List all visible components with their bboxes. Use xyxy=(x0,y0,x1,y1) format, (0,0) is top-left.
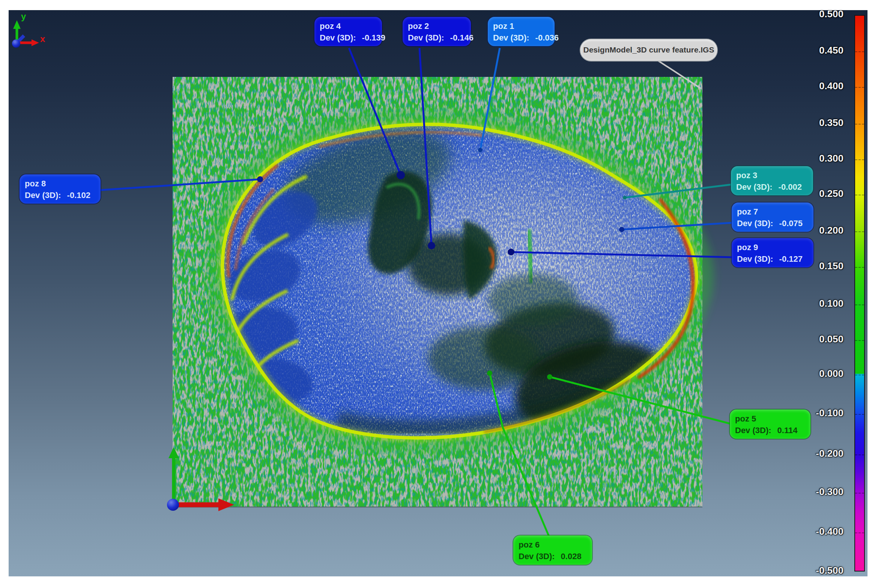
marker-name: poz 4 xyxy=(320,20,377,32)
deviation-dot-poz2 xyxy=(428,242,435,249)
dev-label: Dev (3D): xyxy=(493,32,529,44)
deviation-flag-poz9[interactable]: poz 9 Dev (3D):-0.127 xyxy=(732,238,813,267)
dev-label: Dev (3D): xyxy=(737,253,773,265)
scale-tick-label: -0.300 xyxy=(816,486,843,498)
dev-value: -0.139 xyxy=(362,32,385,44)
deviation-dot-poz1 xyxy=(478,148,483,152)
scale-tick-label: -0.100 xyxy=(816,407,843,419)
dev-label: Dev (3D): xyxy=(737,218,773,229)
scale-tick-mark xyxy=(855,231,864,232)
dev-value: -0.036 xyxy=(535,32,559,44)
scale-tick-label: 0.300 xyxy=(819,153,843,164)
scale-tick-label: -0.200 xyxy=(816,448,843,459)
deviation-flag-poz6[interactable]: poz 6 Dev (3D):0.028 xyxy=(513,536,592,565)
scale-tick-label: 0.350 xyxy=(819,117,843,129)
scale-tick-label: 0.400 xyxy=(819,80,843,92)
marker-name: poz 2 xyxy=(408,20,466,32)
x-axis-label: x xyxy=(40,34,45,44)
scale-tick-label: 0.050 xyxy=(819,333,843,345)
scale-tick-mark xyxy=(855,87,864,88)
scale-tick-label: 0.000 xyxy=(819,368,843,380)
dev-label: Dev (3D): xyxy=(408,32,444,44)
dev-label: Dev (3D): xyxy=(25,189,61,201)
scale-tick-label: 0.200 xyxy=(819,225,843,236)
scale-tick-label: -0.400 xyxy=(816,526,843,537)
marker-name: poz 9 xyxy=(737,242,808,253)
dev-value: 0.114 xyxy=(777,424,798,436)
marker-name: poz 6 xyxy=(519,539,587,550)
scale-tick-label: 0.150 xyxy=(819,260,843,272)
scale-tick-mark xyxy=(855,493,864,494)
deviation-flag-poz1[interactable]: poz 1 Dev (3D):-0.036 xyxy=(488,17,555,46)
deviation-flag-poz4[interactable]: poz 4 Dev (3D):-0.139 xyxy=(314,17,382,46)
y-axis-label: y xyxy=(21,11,26,21)
dev-label: Dev (3D): xyxy=(735,424,771,436)
scale-tick-mark xyxy=(855,532,864,533)
scale-tick-label: 0.100 xyxy=(819,298,843,309)
reference-model-label[interactable]: DesignModel_3D curve feature.IGS xyxy=(580,39,717,61)
dev-value: -0.102 xyxy=(67,189,90,201)
dev-label: Dev (3D): xyxy=(320,32,356,44)
scale-tick-mark xyxy=(855,195,864,195)
deviation-flag-poz2[interactable]: poz 2 Dev (3D):-0.146 xyxy=(403,17,471,46)
model-origin-sphere xyxy=(167,499,179,511)
screen-origin-sphere xyxy=(12,39,20,48)
deviation-flag-poz5[interactable]: poz 5 Dev (3D):0.114 xyxy=(730,410,810,439)
marker-name: poz 1 xyxy=(493,20,549,32)
scale-tick-label: 0.500 xyxy=(819,10,843,20)
deviation-dot-poz9 xyxy=(508,249,514,255)
deviation-flag-poz8[interactable]: poz 8 Dev (3D):-0.102 xyxy=(20,174,101,204)
scan-scene: y x xyxy=(9,10,867,576)
screen-axes-triad: y x xyxy=(12,11,45,48)
deviation-dot-poz7 xyxy=(619,227,624,232)
scale-tick-mark xyxy=(855,304,864,305)
marker-name: poz 5 xyxy=(735,413,805,424)
3d-inspection-viewport[interactable]: y x poz 4 Dev (3D):-0. xyxy=(9,10,867,576)
scale-tick-label: 0.450 xyxy=(819,45,843,56)
scale-tick-mark xyxy=(855,159,864,160)
dev-value: -0.002 xyxy=(779,181,802,193)
deviation-flag-poz3[interactable]: poz 3 Dev (3D):-0.002 xyxy=(731,166,813,195)
scale-tick-label: 0.250 xyxy=(819,188,843,200)
dev-value: -0.127 xyxy=(779,253,803,265)
marker-name: poz 7 xyxy=(737,206,808,218)
scale-tick-label: -0.500 xyxy=(816,565,843,576)
scale-tick-mark xyxy=(855,375,864,375)
marker-name: poz 3 xyxy=(736,170,808,181)
scale-tick-mark xyxy=(855,124,864,124)
deviation-dot-poz6 xyxy=(487,370,492,376)
deviation-dot-poz3 xyxy=(623,196,627,200)
scale-tick-mark xyxy=(855,51,864,52)
deviation-dot-poz5 xyxy=(547,374,552,380)
dev-value: 0.028 xyxy=(561,550,582,562)
dev-value: -0.146 xyxy=(450,32,474,44)
deviation-dot-poz8 xyxy=(257,176,263,182)
deviation-flag-poz7[interactable]: poz 7 Dev (3D):-0.075 xyxy=(732,202,813,232)
dev-value: -0.075 xyxy=(779,218,803,229)
scale-tick-mark xyxy=(855,267,864,268)
color-scale-bar[interactable] xyxy=(854,15,865,572)
deviation-dot-poz4 xyxy=(397,171,405,179)
scale-tick-mark xyxy=(855,414,864,415)
dev-label: Dev (3D): xyxy=(736,181,773,193)
marker-name: poz 8 xyxy=(25,178,95,189)
scale-tick-mark xyxy=(855,454,864,455)
scale-tick-mark xyxy=(855,340,864,341)
dev-label: Dev (3D): xyxy=(519,550,555,562)
